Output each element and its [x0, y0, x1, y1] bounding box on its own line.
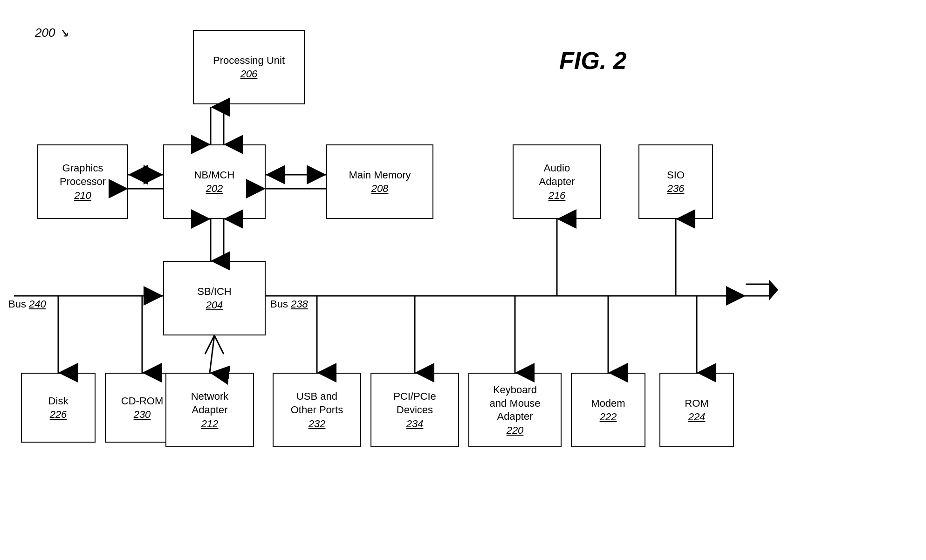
audio-adapter-title: Audio Adapter	[539, 162, 575, 188]
cdrom-title: CD-ROM	[121, 395, 163, 408]
processing-unit-box: Processing Unit 206	[193, 30, 305, 104]
audio-adapter-number: 216	[549, 190, 566, 202]
pci-devices-number: 234	[406, 418, 424, 430]
main-memory-box: Main Memory 208	[326, 144, 433, 219]
svg-line-17	[214, 335, 224, 354]
nbmch-box: NB/MCH 202	[163, 144, 266, 219]
sbich-title: SB/ICH	[197, 285, 231, 299]
audio-adapter-box: Audio Adapter 216	[513, 144, 601, 219]
sbich-box: SB/ICH 204	[163, 261, 266, 335]
graphics-processor-number: 210	[74, 190, 91, 202]
usb-ports-box: USB and Other Ports 232	[273, 373, 361, 447]
pci-devices-box: PCI/PCIe Devices 234	[370, 373, 459, 447]
nbmch-title: NB/MCH	[194, 169, 235, 182]
rom-box: ROM 224	[659, 373, 734, 447]
modem-title: Modem	[591, 397, 625, 410]
modem-number: 222	[600, 411, 617, 423]
svg-marker-28	[769, 280, 778, 300]
network-adapter-box: Network Adapter 212	[165, 373, 254, 447]
nbmch-number: 202	[206, 183, 223, 195]
disk-title: Disk	[48, 395, 69, 408]
modem-box: Modem 222	[571, 373, 645, 447]
graphics-processor-title: Graphics Processor	[60, 162, 106, 188]
svg-line-15	[210, 335, 214, 373]
connections-svg	[0, 0, 926, 560]
main-memory-number: 208	[371, 183, 389, 195]
figure-label: FIG. 2	[559, 47, 626, 75]
processing-unit-number: 206	[240, 68, 258, 80]
svg-line-16	[205, 335, 214, 354]
usb-ports-number: 232	[309, 418, 326, 430]
diagram-container: FIG. 2 200 ↘ Processing Unit 206 NB/MCH …	[0, 0, 926, 560]
disk-box: Disk 226	[21, 373, 96, 443]
disk-number: 226	[50, 409, 67, 421]
pci-devices-title: PCI/PCIe Devices	[393, 390, 436, 417]
sio-title: SIO	[667, 169, 685, 182]
cdrom-number: 230	[134, 409, 151, 421]
main-memory-title: Main Memory	[349, 169, 411, 182]
sio-box: SIO 236	[638, 144, 713, 219]
network-adapter-title: Network Adapter	[191, 390, 229, 417]
rom-number: 224	[688, 411, 706, 423]
graphics-processor-box: Graphics Processor 210	[37, 144, 128, 219]
keyboard-mouse-box: Keyboard and Mouse Adapter 220	[468, 373, 562, 447]
bus238-label: Bus 238	[270, 298, 308, 310]
sbich-number: 204	[206, 299, 223, 311]
usb-ports-title: USB and Other Ports	[291, 390, 343, 417]
diagram-ref-label: 200 ↘	[35, 26, 69, 40]
keyboard-mouse-number: 220	[507, 424, 524, 437]
bus240-label: Bus 240	[8, 298, 46, 310]
keyboard-mouse-title: Keyboard and Mouse Adapter	[490, 383, 541, 423]
network-adapter-number: 212	[201, 418, 219, 430]
sio-number: 236	[667, 183, 685, 195]
rom-title: ROM	[685, 397, 708, 410]
processing-unit-title: Processing Unit	[213, 54, 285, 68]
